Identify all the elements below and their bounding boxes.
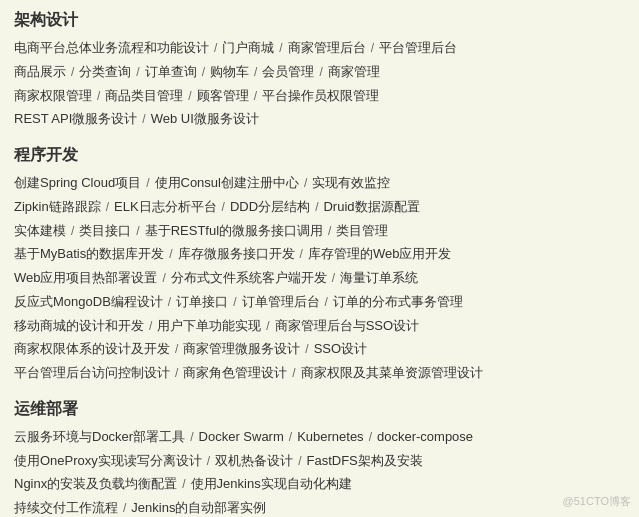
content-item: 使用Consul创建注册中心 [155,175,299,190]
content-item: 类目管理 [336,223,388,238]
section-development: 程序开发创建Spring Cloud项目/使用Consul创建注册中心/实现有效… [14,145,625,385]
separator: / [214,41,217,55]
content-item: docker-compose [377,429,473,444]
content-item: ELK日志分析平台 [114,199,217,214]
content-line: Nginx的安装及负载均衡配置/使用Jenkins实现自动化构建 [14,473,625,496]
separator: / [71,65,74,79]
content-item: 商家权限及其菜单资源管理设计 [301,365,483,380]
content-line: 实体建模/类目接口/基于RESTful的微服务接口调用/类目管理 [14,220,625,243]
section-title-development: 程序开发 [14,145,625,166]
content-item: 商品展示 [14,64,66,79]
separator: / [233,295,236,309]
content-item: 云服务环境与Docker部署工具 [14,429,185,444]
content-item: 商家权限管理 [14,88,92,103]
separator: / [136,65,139,79]
separator: / [304,176,307,190]
content-line: 移动商城的设计和开发/用户下单功能实现/商家管理后台与SSO设计 [14,315,625,338]
separator: / [300,247,303,261]
content-line: 基于MyBatis的数据库开发/库存微服务接口开发/库存管理的Web应用开发 [14,243,625,266]
content-item: 分类查询 [79,64,131,79]
content-architecture: 电商平台总体业务流程和功能设计/门户商城/商家管理后台/平台管理后台商品展示/分… [14,37,625,131]
content-line: REST API微服务设计/Web UI微服务设计 [14,108,625,131]
content-item: 商家权限体系的设计及开发 [14,341,170,356]
content-line: 创建Spring Cloud项目/使用Consul创建注册中心/实现有效监控 [14,172,625,195]
content-item: 实体建模 [14,223,66,238]
separator: / [319,65,322,79]
separator: / [163,271,166,285]
content-item: 移动商城的设计和开发 [14,318,144,333]
content-item: Docker Swarm [199,429,284,444]
content-item: Zipkin链路跟踪 [14,199,101,214]
content-item: Jenkins的自动部署实例 [131,500,266,515]
separator: / [315,200,318,214]
content-line: 商家权限体系的设计及开发/商家管理微服务设计/SSO设计 [14,338,625,361]
content-item: 持续交付工作流程 [14,500,118,515]
separator: / [325,295,328,309]
separator: / [369,430,372,444]
separator: / [254,65,257,79]
content-item: 基于RESTful的微服务接口调用 [145,223,323,238]
content-item: 商品类目管理 [105,88,183,103]
content-item: 分布式文件系统客户端开发 [171,270,327,285]
content-item: 库存微服务接口开发 [178,246,295,261]
section-title-architecture: 架构设计 [14,10,625,31]
section-title-devops: 运维部署 [14,399,625,420]
content-item: Druid数据源配置 [323,199,419,214]
separator: / [202,65,205,79]
separator: / [328,224,331,238]
content-line: 持续交付工作流程/Jenkins的自动部署实例 [14,497,625,517]
separator: / [188,89,191,103]
separator: / [175,342,178,356]
content-item: 海量订单系统 [340,270,418,285]
content-line: 云服务环境与Docker部署工具/Docker Swarm/Kubernetes… [14,426,625,449]
content-line: 反应式MongoDB编程设计/订单接口/订单管理后台/订单的分布式事务管理 [14,291,625,314]
content-item: SSO设计 [314,341,367,356]
content-line: Zipkin链路跟踪/ELK日志分析平台/DDD分层结构/Druid数据源配置 [14,196,625,219]
content-item: 库存管理的Web应用开发 [308,246,452,261]
separator: / [149,319,152,333]
content-item: Kubernetes [297,429,364,444]
content-item: 订单查询 [145,64,197,79]
separator: / [106,200,109,214]
content-item: 使用Jenkins实现自动化构建 [191,476,352,491]
separator: / [222,200,225,214]
separator: / [332,271,335,285]
content-item: 用户下单功能实现 [157,318,261,333]
content-item: 平台管理后台 [379,40,457,55]
content-item: 订单接口 [176,294,228,309]
content-item: 创建Spring Cloud项目 [14,175,141,190]
content-line: Web应用项目热部署设置/分布式文件系统客户端开发/海量订单系统 [14,267,625,290]
content-devops: 云服务环境与Docker部署工具/Docker Swarm/Kubernetes… [14,426,625,517]
content-item: 平台管理后台访问控制设计 [14,365,170,380]
content-item: 反应式MongoDB编程设计 [14,294,163,309]
content-line: 平台管理后台访问控制设计/商家角色管理设计/商家权限及其菜单资源管理设计 [14,362,625,385]
content-line: 电商平台总体业务流程和功能设计/门户商城/商家管理后台/平台管理后台 [14,37,625,60]
content-line: 商品展示/分类查询/订单查询/购物车/会员管理/商家管理 [14,61,625,84]
separator: / [123,501,126,515]
content-item: 使用OneProxy实现读写分离设计 [14,453,202,468]
content-item: 商家管理后台 [288,40,366,55]
content-item: 商家管理 [328,64,380,79]
content-item: 订单的分布式事务管理 [333,294,463,309]
content-item: DDD分层结构 [230,199,310,214]
content-item: 商家角色管理设计 [183,365,287,380]
separator: / [182,477,185,491]
content-item: 门户商城 [222,40,274,55]
content-item: Web UI微服务设计 [151,111,259,126]
section-devops: 运维部署云服务环境与Docker部署工具/Docker Swarm/Kubern… [14,399,625,517]
content-item: 商家管理后台与SSO设计 [275,318,419,333]
content-item: 会员管理 [262,64,314,79]
content-item: REST API微服务设计 [14,111,137,126]
content-item: 类目接口 [79,223,131,238]
separator: / [146,176,149,190]
content-item: 购物车 [210,64,249,79]
separator: / [142,112,145,126]
content-item: 订单管理后台 [242,294,320,309]
separator: / [371,41,374,55]
content-line: 商家权限管理/商品类目管理/顾客管理/平台操作员权限管理 [14,85,625,108]
separator: / [175,366,178,380]
content-item: Nginx的安装及负载均衡配置 [14,476,177,491]
separator: / [254,89,257,103]
content-item: Web应用项目热部署设置 [14,270,158,285]
separator: / [168,295,171,309]
